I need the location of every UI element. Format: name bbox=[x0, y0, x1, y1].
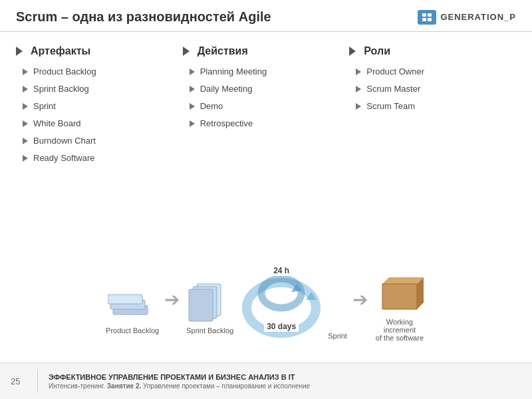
diagram-label: Product Backlog bbox=[106, 327, 159, 334]
diagram-arrow-2: ➔ bbox=[352, 289, 368, 311]
list-item: Sprint Backlog bbox=[16, 84, 183, 94]
diagram-label: Working incrementof the software bbox=[373, 318, 426, 342]
list-item: Sprint bbox=[16, 101, 183, 111]
footer-subtitle: Интенсив-тренинг. Занятие 2. Управление … bbox=[49, 382, 310, 390]
diagram-arrow-1: ➔ bbox=[164, 289, 180, 311]
svg-rect-9 bbox=[189, 289, 213, 321]
list-item: Scrum Team bbox=[349, 101, 516, 111]
item-arrow-icon bbox=[356, 86, 361, 92]
header: Scrum – одна из разновидностей Agile GEN… bbox=[0, 0, 532, 32]
column-dejstviya-title: Действия bbox=[198, 45, 248, 57]
item-label: Retrospective bbox=[200, 118, 253, 128]
item-label: Sprint Backlog bbox=[33, 84, 89, 94]
list-item: Scrum Master bbox=[349, 84, 516, 94]
item-label: Scrum Master bbox=[366, 84, 420, 94]
column-roli-title: Роли bbox=[364, 45, 390, 57]
item-arrow-icon bbox=[190, 120, 195, 127]
diagram-working-increment: Working incrementof the software bbox=[373, 271, 426, 342]
item-arrow-icon bbox=[356, 68, 361, 75]
product-backlog-icon bbox=[108, 277, 158, 323]
svg-marker-14 bbox=[382, 277, 424, 284]
item-arrow-icon bbox=[23, 155, 28, 162]
svg-rect-0 bbox=[422, 13, 426, 17]
list-item: Retrospective bbox=[183, 118, 350, 128]
item-label: Ready Software bbox=[33, 153, 95, 163]
item-arrow-icon bbox=[190, 86, 195, 92]
footer-page-number: 25 bbox=[11, 376, 27, 386]
cycle-30days-label: 30 days bbox=[264, 321, 299, 332]
svg-rect-15 bbox=[382, 284, 417, 309]
item-label: Demo bbox=[200, 101, 223, 111]
working-increment-icon bbox=[376, 271, 424, 314]
item-arrow-icon bbox=[356, 103, 361, 110]
item-label: Product Backlog bbox=[33, 66, 96, 76]
logo-icon bbox=[418, 10, 436, 25]
footer-text: ЭФФЕКТИВНОЕ УПРАВЛЕНИЕ ПРОЕКТАМИ И БИЗНЕ… bbox=[49, 373, 310, 390]
item-arrow-icon bbox=[23, 103, 28, 110]
footer-subtitle-bold: Занятие 2. bbox=[107, 382, 141, 390]
sprint-diagram-label: Sprint bbox=[328, 332, 347, 340]
diagram-sprint-backlog: Sprint Backlog bbox=[185, 277, 235, 334]
header-arrow-icon bbox=[349, 47, 356, 56]
list-item: Product Owner bbox=[349, 66, 516, 76]
footer-title: ЭФФЕКТИВНОЕ УПРАВЛЕНИЕ ПРОЕКТАМИ И БИЗНЕ… bbox=[49, 373, 310, 381]
item-label: Sprint bbox=[33, 101, 56, 111]
svg-rect-3 bbox=[428, 18, 432, 21]
item-arrow-icon bbox=[23, 120, 28, 127]
item-label: Scrum Team bbox=[366, 101, 415, 111]
list-item: Demo bbox=[183, 101, 350, 111]
column-artefakty-title: Артефакты bbox=[31, 45, 90, 57]
page-title: Scrum – одна из разновидностей Agile bbox=[16, 9, 271, 25]
header-arrow-icon bbox=[183, 47, 190, 56]
footer-subtitle-normal: Интенсив-тренинг. bbox=[49, 382, 107, 390]
item-label: White Board bbox=[33, 118, 81, 128]
diagram-area: Product Backlog ➔ Sprint Backlog 24 h 30… bbox=[0, 253, 532, 359]
item-arrow-icon bbox=[190, 68, 195, 75]
cycle-diagram: 24 h 30 days bbox=[238, 260, 325, 340]
item-label: Burndown Chart bbox=[33, 136, 96, 146]
item-arrow-icon bbox=[23, 68, 28, 75]
item-label: Daily Meeting bbox=[200, 84, 253, 94]
svg-rect-6 bbox=[108, 295, 142, 304]
diagram-product-backlog: Product Backlog bbox=[106, 277, 159, 334]
item-label: Planning Meeting bbox=[200, 66, 267, 76]
sprint-backlog-icon bbox=[185, 277, 235, 323]
svg-rect-1 bbox=[428, 13, 432, 17]
item-arrow-icon bbox=[23, 86, 28, 92]
footer: 25 ЭФФЕКТИВНОЕ УПРАВЛЕНИЕ ПРОЕКТАМИ И БИ… bbox=[0, 362, 532, 399]
logo: GENERATION_P bbox=[418, 10, 516, 25]
item-arrow-icon bbox=[190, 103, 195, 110]
list-item: Planning Meeting bbox=[183, 66, 350, 76]
list-item: White Board bbox=[16, 118, 183, 128]
list-item: Ready Software bbox=[16, 153, 183, 163]
list-item: Product Backlog bbox=[16, 66, 183, 76]
logo-text: GENERATION_P bbox=[440, 12, 516, 22]
footer-divider bbox=[37, 369, 38, 393]
footer-subtitle-end: Управление проектами – планирование и ис… bbox=[141, 382, 310, 390]
column-dejstviya-header: Действия bbox=[183, 45, 350, 57]
diagram-label: Sprint Backlog bbox=[186, 327, 233, 334]
item-arrow-icon bbox=[23, 138, 28, 144]
column-artefakty-header: Артефакты bbox=[16, 45, 183, 57]
list-item: Burndown Chart bbox=[16, 136, 183, 146]
svg-rect-2 bbox=[422, 18, 426, 21]
cycle-24h-label: 24 h bbox=[271, 265, 292, 276]
list-item: Daily Meeting bbox=[183, 84, 350, 94]
column-roli-header: Роли bbox=[349, 45, 516, 57]
item-label: Product Owner bbox=[366, 66, 424, 76]
header-arrow-icon bbox=[16, 47, 23, 56]
